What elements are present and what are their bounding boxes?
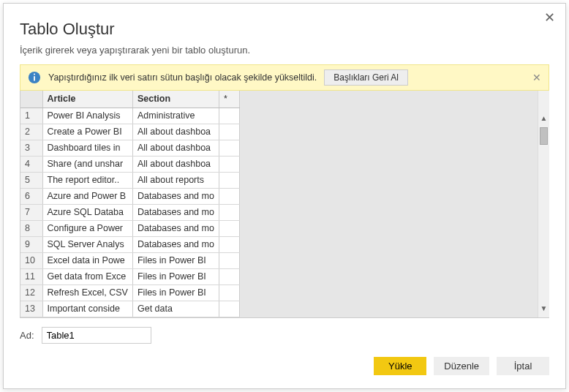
table-row[interactable]: 9SQL Server AnalysDatabases and mo [20,236,239,252]
cell-article[interactable]: Dashboard tiles in [42,140,132,156]
table-row[interactable]: 12Refresh Excel, CSVFiles in Power BI [20,284,239,301]
cell-empty[interactable] [219,124,239,140]
cell-section[interactable]: Databases and mo [132,188,219,204]
row-index: 4 [20,156,42,172]
cell-empty[interactable] [219,220,239,236]
cell-article[interactable]: Excel data in Powe [42,252,132,268]
table-row[interactable]: 8Configure a PowerDatabases and mo [20,220,239,236]
vertical-scrollbar[interactable]: ▲ ▼ [538,91,549,317]
cell-article[interactable]: Share (and unshar [42,156,132,172]
row-index: 2 [20,124,42,140]
table-row[interactable]: 1Power BI AnalysisAdministrative [20,108,239,124]
dialog-title: Tablo Oluştur [20,20,549,39]
cell-empty[interactable] [219,188,239,204]
table-row[interactable]: 11Get data from ExceFiles in Power BI [20,268,239,284]
cell-section[interactable]: All about reports [132,172,219,188]
row-index: 10 [20,252,42,268]
cell-article[interactable]: Configure a Power [42,220,132,236]
row-index: 11 [20,268,42,284]
add-column-header[interactable]: * [219,91,239,108]
close-icon[interactable]: ✕ [544,11,555,24]
table-row[interactable]: 6Azure and Power BDatabases and mo [20,188,239,204]
cell-empty[interactable] [219,172,239,188]
table-row[interactable]: 13Important consideGet data [20,301,239,317]
undo-headers-button[interactable]: Başlıkları Geri Al [324,69,408,86]
cell-empty[interactable] [219,140,239,156]
name-label: Ad: [20,330,34,341]
cell-empty[interactable] [219,252,239,268]
cell-empty[interactable] [219,268,239,284]
header-row: Article Section * [20,91,239,108]
grid-scroll-area: Article Section * 1Power BI AnalysisAdmi… [20,91,538,317]
row-index: 12 [20,284,42,301]
scroll-thumb[interactable] [540,127,548,145]
table-row[interactable]: 5The report editor..All about reports [20,172,239,188]
table-row[interactable]: 2Create a Power BIAll about dashboa [20,124,239,140]
table-row[interactable]: 3Dashboard tiles inAll about dashboa [20,140,239,156]
scroll-up-arrow[interactable]: ▲ [538,111,549,124]
cell-empty[interactable] [219,156,239,172]
edit-button[interactable]: Düzenle [434,357,489,375]
cell-empty[interactable] [219,108,239,124]
cell-empty[interactable] [219,204,239,220]
row-index-header [20,91,42,108]
cell-article[interactable]: Create a Power BI [42,124,132,140]
cell-article[interactable]: Refresh Excel, CSV [42,284,132,301]
row-index: 9 [20,236,42,252]
dialog-footer: Yükle Düzenle İptal [20,357,549,375]
info-bar: Yapıştırdığınız ilk veri satırı sütun ba… [20,64,549,91]
cell-section[interactable]: All about dashboa [132,156,219,172]
cell-empty[interactable] [219,284,239,301]
cell-section[interactable]: Databases and mo [132,236,219,252]
row-index: 8 [20,220,42,236]
table-name-input[interactable] [42,327,151,344]
cell-section[interactable]: Get data [132,301,219,317]
table-row[interactable]: 4Share (and unsharAll about dashboa [20,156,239,172]
cell-section[interactable]: Databases and mo [132,220,219,236]
cell-article[interactable]: The report editor.. [42,172,132,188]
row-index: 1 [20,108,42,124]
cell-section[interactable]: Files in Power BI [132,268,219,284]
table-name-row: Ad: [20,327,549,344]
column-header-article[interactable]: Article [42,91,132,108]
cell-article[interactable]: Power BI Analysis [42,108,132,124]
data-grid: Article Section * 1Power BI AnalysisAdmi… [20,91,549,318]
row-index: 3 [20,140,42,156]
cell-section[interactable]: Files in Power BI [132,252,219,268]
cell-article[interactable]: Azure SQL Databa [42,204,132,220]
cell-empty[interactable] [219,301,239,317]
cell-empty[interactable] [219,236,239,252]
cell-article[interactable]: SQL Server Analys [42,236,132,252]
cancel-button[interactable]: İptal [497,357,549,375]
cell-article[interactable]: Get data from Exce [42,268,132,284]
column-header-section[interactable]: Section [132,91,219,108]
svg-rect-2 [34,74,35,75]
cell-section[interactable]: Administrative [132,108,219,124]
table-row[interactable]: 7Azure SQL DatabaDatabases and mo [20,204,239,220]
cell-section[interactable]: All about dashboa [132,140,219,156]
cell-section[interactable]: All about dashboa [132,124,219,140]
info-icon [28,71,41,84]
svg-rect-1 [34,76,35,80]
create-table-dialog: ✕ Tablo Oluştur İçerik girerek veya yapı… [3,3,566,389]
row-index: 13 [20,301,42,317]
cell-section[interactable]: Databases and mo [132,204,219,220]
dialog-subtitle: İçerik girerek veya yapıştırarak yeni bi… [20,45,549,56]
row-index: 6 [20,188,42,204]
load-button[interactable]: Yükle [374,357,426,375]
table-row[interactable]: 10Excel data in PoweFiles in Power BI [20,252,239,268]
scroll-down-arrow[interactable]: ▼ [538,301,549,314]
info-close-icon[interactable]: ✕ [532,72,541,83]
cell-article[interactable]: Azure and Power B [42,188,132,204]
row-index: 7 [20,204,42,220]
cell-article[interactable]: Important conside [42,301,132,317]
cell-section[interactable]: Files in Power BI [132,284,219,301]
row-index: 5 [20,172,42,188]
info-message: Yapıştırdığınız ilk veri satırı sütun ba… [48,72,317,83]
